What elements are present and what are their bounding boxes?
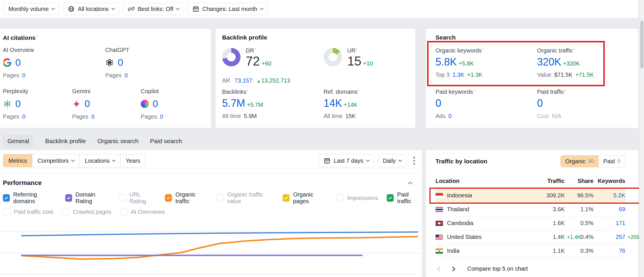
keywords-link[interactable]: 171 xyxy=(616,220,625,226)
pages-count-link[interactable]: 0 xyxy=(125,72,128,78)
keywords-value: 5.2K xyxy=(594,192,625,199)
toggle-organic[interactable]: Organic90 xyxy=(561,156,598,167)
segment-label: Locations xyxy=(85,158,110,164)
toolbar-button-all-locations[interactable]: All locations xyxy=(63,3,119,15)
citations-count-link[interactable]: 0 xyxy=(85,98,90,109)
pages-label: Pages xyxy=(141,113,157,120)
compare-top5-label: Compare top 5 on chart xyxy=(467,265,528,272)
table-row-india[interactable]: India 1.1K 0.3% 76 xyxy=(435,244,625,258)
location-name: United States xyxy=(447,234,482,240)
pages-label: Pages xyxy=(3,72,19,78)
pages-label: Pages xyxy=(105,72,122,78)
ai-source-label: AI Overview xyxy=(3,47,34,53)
keywords-link[interactable]: 76 xyxy=(619,248,625,254)
metric-checkbox-domain-rating[interactable]: Domain Rating xyxy=(65,191,110,205)
toolbar-button-changes-last-month[interactable]: Changes: Last month xyxy=(187,3,268,15)
keywords-link[interactable]: 69 xyxy=(619,206,625,212)
metric-checkbox-url-rating[interactable]: URL Rating xyxy=(119,191,157,205)
table-row-indonesia[interactable]: Indonesia 309.2K 96.5% 5.2K xyxy=(435,189,625,203)
info-icon: i xyxy=(356,47,357,51)
traffic-footer: Compare top 5 on chart xyxy=(435,265,625,272)
segment-metrics[interactable]: Metrics xyxy=(3,154,32,167)
report-tabs: GeneralBacklink profileOrganic searchPai… xyxy=(3,133,182,149)
backlinks-value-link[interactable]: 5.7M xyxy=(222,97,245,109)
tab-organic-search[interactable]: Organic search xyxy=(97,135,138,147)
copilot-icon xyxy=(141,100,149,108)
pages-label: Pages xyxy=(3,113,19,120)
top3-link[interactable]: 1.3K xyxy=(453,72,464,78)
ai-citations-title: AI citationsi xyxy=(3,34,37,41)
more-options-button[interactable] xyxy=(410,155,418,166)
chevron-down-icon xyxy=(51,6,55,10)
toggle-label: Paid xyxy=(603,158,615,165)
pages-count-link[interactable]: 0 xyxy=(22,113,25,120)
scrollbar-thumb[interactable] xyxy=(640,21,643,68)
backlinks-metric: Backlinksi 5.7M+5.7M All time5.9M xyxy=(222,88,263,119)
segment-years[interactable]: Years xyxy=(120,154,145,167)
toggle-label: Organic xyxy=(565,158,585,165)
segment-competitors[interactable]: Competitors xyxy=(32,154,79,167)
metric-checkbox-organic-traffic-value[interactable]: Organic traffic value xyxy=(217,191,274,205)
metric-checkbox-referring-domains[interactable]: Referring domains xyxy=(3,191,57,205)
toggle-paid[interactable]: Paid0 xyxy=(598,156,625,167)
paid-keywords-value-link[interactable]: 0 xyxy=(435,97,441,109)
ref-domains-value-link[interactable]: 14K xyxy=(324,97,342,109)
location-name: Indonesia xyxy=(447,192,472,199)
organic-traffic-value-link[interactable]: 320K xyxy=(537,56,561,68)
metric-checkbox-organic-pages[interactable]: Organic pages xyxy=(283,191,327,205)
checkbox-label: Organic traffic xyxy=(175,191,208,205)
pages-count-link[interactable]: 0 xyxy=(91,113,95,120)
metric-checkbox-impressions[interactable]: Impressions xyxy=(336,194,378,202)
country-flag-icon xyxy=(435,248,443,254)
table-row-cambodia[interactable]: Cambodia 1.6K 0.5% 171 xyxy=(435,216,625,230)
tab-paid-search[interactable]: Paid search xyxy=(150,135,182,147)
segment-locations[interactable]: Locations xyxy=(79,154,120,167)
ads-link[interactable]: 0 xyxy=(448,113,451,119)
ai-source-label: Gemini xyxy=(72,88,95,95)
organic-keywords-value-link[interactable]: 5.8K xyxy=(435,56,457,68)
pages-line: Pages0 xyxy=(141,113,163,120)
collapse-section-button[interactable] xyxy=(406,179,414,187)
gemini-icon xyxy=(72,100,81,108)
table-row-united-states[interactable]: United States 1.4K+1.4K 0.4% 257+255 xyxy=(435,230,625,244)
chart-controls: MetricsCompetitorsLocationsYears Last 7 … xyxy=(0,150,422,167)
date-range-button[interactable]: Last 7 days xyxy=(319,154,374,167)
tab-backlink-profile[interactable]: Backlink profile xyxy=(45,135,86,147)
keywords-link[interactable]: 257 xyxy=(616,234,625,240)
tab-general[interactable]: General xyxy=(3,135,34,147)
prev-page-button[interactable] xyxy=(437,266,442,271)
globe-icon xyxy=(68,5,75,12)
keywords-value: 69 xyxy=(594,206,625,213)
column-header-share: Share xyxy=(565,178,594,184)
next-page-button[interactable] xyxy=(450,266,455,271)
pages-count-link[interactable]: 0 xyxy=(22,72,25,78)
citations-count-link[interactable]: 0 xyxy=(118,57,123,68)
traffic-value: 1.6K xyxy=(530,220,565,227)
ur-value: 15+10 xyxy=(347,55,373,68)
pages-count-link[interactable]: 0 xyxy=(160,113,163,120)
pages-line: Pages0 xyxy=(3,72,34,79)
toolbar-button-monthly-volume[interactable]: Monthly volume xyxy=(3,3,59,15)
keywords-link[interactable]: 5.2K xyxy=(613,192,625,199)
checkbox-row: Referring domainsDomain RatingURL Rating… xyxy=(0,191,422,205)
toolbar-button-best-links-off[interactable]: Best links: Off xyxy=(123,3,184,15)
metric-checkbox-organic-traffic[interactable]: Organic traffic xyxy=(165,191,208,205)
toolbar-button-label: Monthly volume xyxy=(8,6,49,12)
paid-traffic-value-link[interactable]: 0 xyxy=(537,97,543,109)
domain-rating-block: DRi 72+60 xyxy=(222,47,271,68)
search-card: Search Organic keywordsi 5.8K+5.8K Top 3… xyxy=(426,29,638,128)
checkbox-label: Domain Rating xyxy=(76,191,110,205)
citations-count-link[interactable]: 0 xyxy=(15,57,21,68)
citations-count-link[interactable]: 0 xyxy=(153,98,158,109)
table-row-thailand[interactable]: Thailand 3.6K 1.1% 69 xyxy=(435,203,625,216)
metric-checkbox-paid-traffic[interactable]: Paid traffic xyxy=(387,191,422,205)
citations-count-link[interactable]: 0 xyxy=(15,98,21,109)
granularity-button[interactable]: Daily xyxy=(378,154,406,167)
checkbox-label: Organic pages xyxy=(293,191,327,205)
segment-label: Competitors xyxy=(37,158,69,164)
ai-source-label: Copilot xyxy=(141,88,163,95)
location-name: Cambodia xyxy=(447,220,473,227)
ahrefs-rank-line: AR 73,157 ▲13,252,713 xyxy=(222,77,290,84)
ar-value-link[interactable]: 73,157 xyxy=(234,77,252,84)
checked-checkbox-icon xyxy=(165,194,172,202)
